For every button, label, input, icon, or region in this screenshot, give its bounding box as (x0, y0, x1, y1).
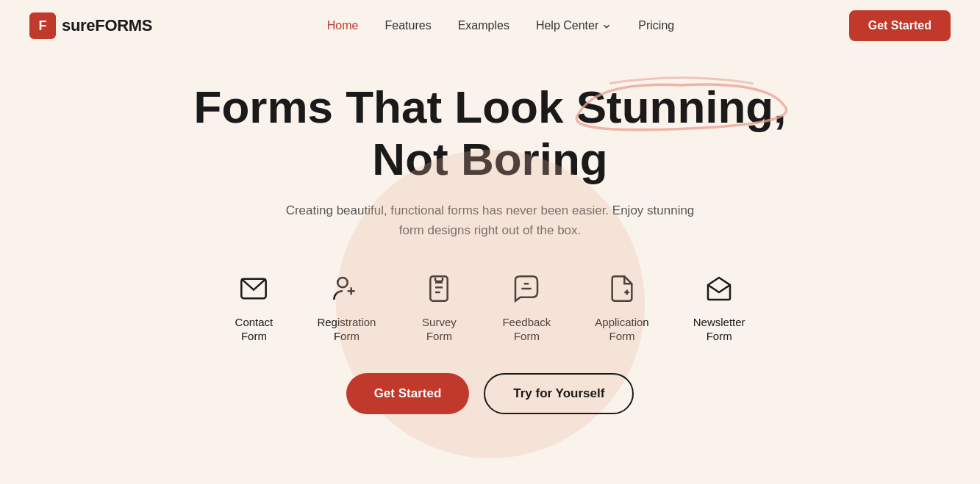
hero-highlight: Stunning, (576, 81, 787, 133)
nav-links: Home Features Examples Help Center Prici… (327, 19, 674, 32)
hero-subtitle: Creating beautiful, functional forms has… (285, 201, 696, 240)
feedback-form-icon (507, 270, 546, 308)
cta-row: Get Started Try for Yourself (15, 373, 965, 414)
hero: Forms That Look Stunning, Not Boring Cre… (0, 51, 980, 414)
hero-title: Forms That Look Stunning, Not Boring (194, 81, 787, 186)
nav-pricing[interactable]: Pricing (638, 19, 674, 32)
svg-rect-4 (431, 276, 448, 300)
svg-point-1 (338, 278, 348, 287)
nav-examples[interactable]: Examples (458, 19, 509, 32)
application-form-icon (603, 270, 641, 308)
feedback-form-label: FeedbackForm (502, 315, 551, 344)
registration-form-item: RegistrationForm (317, 270, 376, 344)
newsletter-form-label: NewsletterForm (693, 315, 745, 344)
registration-form-label: RegistrationForm (317, 315, 376, 344)
newsletter-form-item: NewsletterForm (693, 270, 745, 344)
application-form-label: ApplicationForm (595, 315, 648, 344)
survey-form-item: SurveyForm (420, 270, 458, 344)
nav-get-started-button[interactable]: Get Started (849, 10, 951, 41)
logo[interactable]: F sureFORMS (29, 12, 152, 39)
newsletter-form-icon (700, 270, 738, 308)
contact-form-label: ContactForm (235, 315, 273, 344)
survey-form-label: SurveyForm (422, 315, 457, 344)
registration-form-icon (327, 270, 365, 308)
get-started-button[interactable]: Get Started (346, 373, 470, 414)
survey-form-icon (420, 270, 458, 308)
nav-home[interactable]: Home (327, 19, 359, 32)
nav-features[interactable]: Features (385, 19, 432, 32)
contact-form-icon (235, 270, 273, 308)
hero-section: Forms That Look Stunning, Not Boring Cre… (0, 51, 980, 414)
feedback-form-item: FeedbackForm (502, 270, 551, 344)
chevron-down-icon (601, 21, 612, 32)
logo-text: sureFORMS (62, 16, 152, 35)
nav-help-center[interactable]: Help Center (536, 19, 612, 32)
form-icons-row: ContactForm RegistrationForm (160, 270, 821, 344)
logo-icon: F (29, 12, 56, 39)
navbar: F sureFORMS Home Features Examples Help … (0, 0, 980, 51)
application-form-item: ApplicationForm (595, 270, 648, 344)
contact-form-item: ContactForm (235, 270, 273, 344)
try-for-yourself-button[interactable]: Try for Yourself (484, 373, 634, 414)
